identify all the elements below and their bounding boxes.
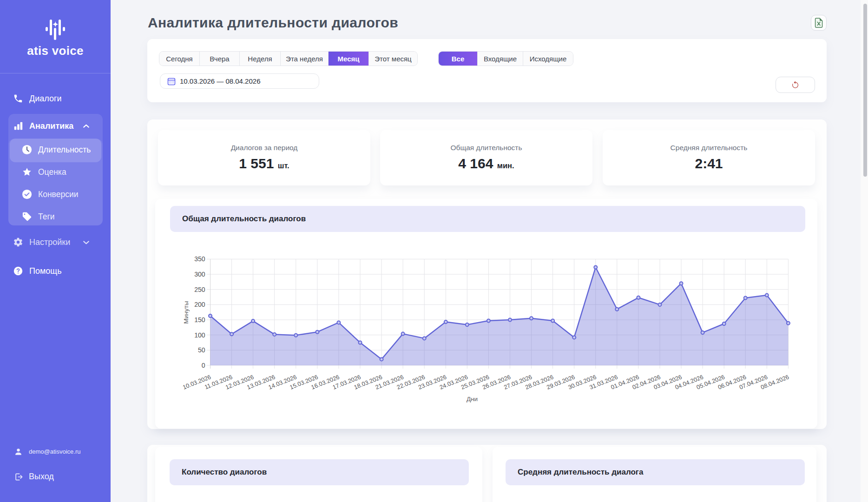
svg-text:250: 250	[194, 286, 205, 293]
svg-text:300: 300	[194, 271, 205, 278]
svg-text:350: 350	[194, 255, 205, 263]
svg-text:50: 50	[198, 346, 205, 354]
svg-text:Дни: Дни	[467, 396, 478, 403]
svg-text:150: 150	[194, 316, 205, 324]
svg-text:0: 0	[202, 362, 205, 369]
svg-text:100: 100	[194, 331, 205, 339]
svg-text:200: 200	[194, 301, 205, 308]
svg-text:Минуты: Минуты	[183, 301, 190, 324]
